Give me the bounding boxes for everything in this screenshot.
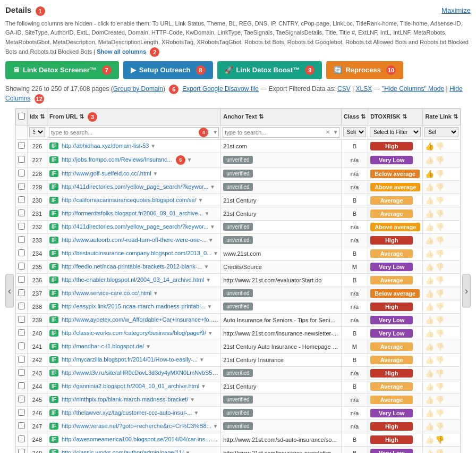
- url-link[interactable]: http://ninthpix.top/blank-march-madness-…: [60, 396, 189, 402]
- url-dropdown-icon[interactable]: ▼: [207, 237, 214, 243]
- url-dropdown-icon[interactable]: ▼: [206, 304, 212, 309]
- url-dropdown-icon[interactable]: ▼: [211, 423, 218, 429]
- filter-anchor-clear-icon[interactable]: ✕: [326, 129, 330, 135]
- url-link[interactable]: http://www.verase.net/?goto=recherche&rc…: [60, 423, 211, 429]
- rate-bad-icon[interactable]: 👎: [435, 356, 444, 364]
- rate-good-icon[interactable]: 👍: [425, 289, 434, 298]
- rate-bad-icon[interactable]: 👎: [435, 276, 444, 284]
- row-checkbox[interactable]: [18, 369, 25, 376]
- rate-bad-icon[interactable]: 👎: [435, 156, 444, 164]
- rate-good-icon[interactable]: 👍: [425, 356, 434, 364]
- rate-bad-icon[interactable]: 👎: [435, 249, 444, 258]
- rate-good-icon[interactable]: 👍: [425, 183, 434, 191]
- rate-good-icon[interactable]: 👍: [425, 223, 434, 231]
- filter-anchor-funnel-icon[interactable]: ▼: [333, 129, 338, 135]
- rate-good-icon[interactable]: 👍: [425, 422, 434, 431]
- row-checkbox[interactable]: [18, 170, 25, 177]
- url-link[interactable]: http://411directories.com/yellow_page_se…: [60, 223, 208, 230]
- url-dropdown-icon[interactable]: ▼: [208, 224, 215, 230]
- reprocess-button[interactable]: 🔄 Reprocess 10: [326, 61, 403, 79]
- rate-good-icon[interactable]: 👍: [425, 409, 434, 417]
- url-link[interactable]: http://feedio.net/ncaa-printable-bracket…: [60, 263, 202, 270]
- row-checkbox[interactable]: [18, 422, 25, 429]
- rate-good-icon[interactable]: 👍: [425, 435, 434, 444]
- sort-dtox-icon[interactable]: ⇅: [402, 113, 407, 120]
- url-link[interactable]: http://easypix.link/2015-ncaa-march-madn…: [60, 303, 206, 309]
- row-checkbox[interactable]: [18, 289, 25, 296]
- url-link[interactable]: http://awesomeamerica100.blogspot.se/201…: [60, 436, 218, 442]
- row-checkbox[interactable]: [18, 223, 25, 230]
- rate-bad-icon[interactable]: 👎: [435, 170, 444, 178]
- url-link[interactable]: http://www.service-care.co.cc/.html: [60, 290, 151, 296]
- rate-bad-icon[interactable]: 👎: [435, 435, 444, 444]
- select-all-checkbox[interactable]: [18, 113, 25, 120]
- row-checkbox[interactable]: [18, 382, 25, 389]
- filter-url-input[interactable]: [49, 127, 219, 138]
- rate-good-icon[interactable]: 👍: [425, 316, 434, 324]
- rate-good-icon[interactable]: 👍: [425, 342, 434, 351]
- rate-good-icon[interactable]: 👍: [425, 303, 434, 311]
- row-checkbox[interactable]: [18, 236, 25, 243]
- rate-good-icon[interactable]: 👍: [425, 142, 434, 150]
- url-dropdown-icon[interactable]: ▼: [188, 397, 195, 402]
- row-checkbox[interactable]: [18, 249, 25, 256]
- link-detox-boost-button[interactable]: 🚀 Link Detox Boost™ 9: [217, 61, 322, 79]
- url-link[interactable]: http://mycarzilla.blogspot.fr/2014/01/Ho…: [60, 356, 198, 363]
- row-checkbox[interactable]: [18, 356, 25, 363]
- right-arrow[interactable]: ›: [462, 274, 471, 307]
- filter-url-funnel-icon[interactable]: ▼: [212, 129, 218, 135]
- rate-good-icon[interactable]: 👍: [425, 170, 434, 178]
- sort-idx-icon[interactable]: ⇅: [40, 113, 45, 120]
- url-link[interactable]: http://bestautoinsurance-company.blogspo…: [60, 250, 211, 256]
- rate-bad-icon[interactable]: 👎: [435, 303, 444, 311]
- hide-mode-link[interactable]: "Hide Columns" Mode: [382, 85, 444, 93]
- url-link[interactable]: http://classic-works.com/author/admin/pa…: [60, 449, 184, 453]
- setup-outreach-button[interactable]: ▶ Setup Outreach 8: [123, 61, 213, 79]
- filter-anchor-input[interactable]: [223, 127, 339, 138]
- row-checkbox[interactable]: [18, 329, 25, 336]
- export-csv-link[interactable]: CSV: [337, 85, 351, 93]
- filter-idx-select[interactable]: S: [29, 127, 45, 137]
- url-link[interactable]: http://www.autoorb.com/-road-turn-off-th…: [60, 237, 207, 243]
- show-all-columns-link[interactable]: Show all columns: [97, 48, 146, 55]
- row-checkbox[interactable]: [18, 409, 25, 416]
- filter-url-clear-icon[interactable]: ✕: [205, 129, 209, 135]
- rate-bad-icon[interactable]: 👎: [435, 342, 444, 351]
- row-checkbox[interactable]: [18, 142, 25, 149]
- url-link[interactable]: http://www.ayoetex.com/w_Affordable+Car+…: [60, 316, 218, 323]
- rate-bad-icon[interactable]: 👎: [435, 316, 444, 324]
- url-dropdown-icon[interactable]: ▼: [204, 277, 211, 283]
- rate-bad-icon[interactable]: 👎: [435, 396, 444, 404]
- url-link[interactable]: http://formerdtsfolks.blogspot.fr/2006_0…: [60, 210, 203, 216]
- url-link[interactable]: http://thelawver.xyz/tag/customer-ccc-au…: [60, 409, 192, 416]
- rate-bad-icon[interactable]: 👎: [435, 369, 444, 377]
- rate-bad-icon[interactable]: 👎: [435, 236, 444, 245]
- url-dropdown-icon[interactable]: ▼: [185, 157, 192, 163]
- row-checkbox[interactable]: [18, 342, 25, 349]
- rate-bad-icon[interactable]: 👎: [435, 409, 444, 417]
- url-link[interactable]: http://mandhar-c-i1.blogspot.de/: [60, 343, 144, 349]
- url-dropdown-icon[interactable]: ▼: [206, 330, 213, 336]
- url-dropdown-icon[interactable]: ▼: [197, 197, 203, 203]
- dropdown-arrow-badge[interactable]: 5: [172, 156, 185, 163]
- rate-bad-icon[interactable]: 👎: [435, 183, 444, 191]
- url-link[interactable]: http://411directories.com/yellow_page_se…: [60, 183, 208, 190]
- rate-bad-icon[interactable]: 👎: [435, 209, 444, 218]
- url-link[interactable]: http://the-enabler.blogspot.nl/2004_03_1…: [60, 276, 205, 283]
- sort-anchor-icon[interactable]: ⇅: [259, 113, 264, 120]
- rate-bad-icon[interactable]: 👎: [435, 382, 444, 391]
- url-dropdown-icon[interactable]: ▼: [144, 343, 151, 349]
- row-checkbox[interactable]: [18, 396, 25, 402]
- row-checkbox[interactable]: [18, 303, 25, 309]
- group-by-domain-link[interactable]: Group by Domain: [113, 85, 163, 93]
- url-link[interactable]: http://www.t3v.ru/site/aHR0cDovL3d3dy4yM…: [60, 370, 220, 376]
- url-dropdown-icon[interactable]: ▼: [198, 357, 205, 363]
- rate-good-icon[interactable]: 👍: [425, 196, 434, 205]
- url-link[interactable]: http://ganninia2.blogspot.fr/2004_10_01_…: [60, 383, 199, 389]
- rate-good-icon[interactable]: 👍: [425, 209, 434, 218]
- row-checkbox[interactable]: [18, 263, 25, 270]
- rate-bad-icon[interactable]: 👎: [435, 422, 444, 431]
- url-dropdown-icon[interactable]: ▼: [202, 264, 209, 270]
- rate-good-icon[interactable]: 👍: [425, 449, 434, 453]
- filter-class-select[interactable]: Sele: [343, 127, 366, 137]
